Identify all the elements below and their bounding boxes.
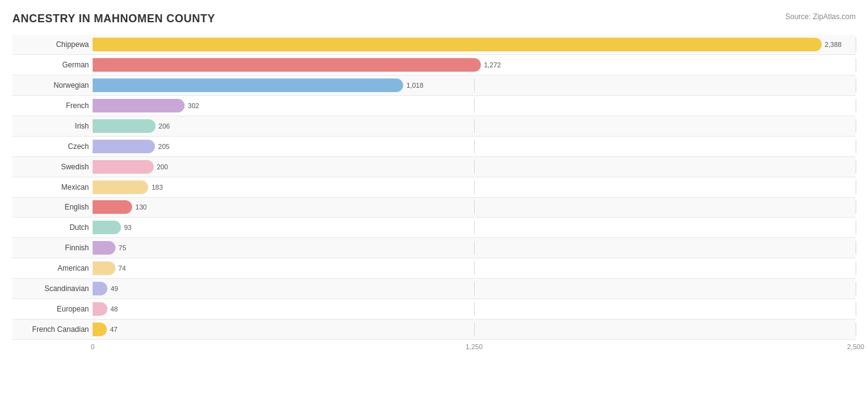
bar-label: American — [12, 264, 93, 273]
bar-fill: 200 — [93, 160, 154, 174]
grid-line — [474, 180, 475, 194]
bar-row: American74 — [12, 258, 856, 279]
bar-label: English — [12, 203, 93, 211]
bar-label: Czech — [12, 142, 93, 151]
bar-fill: 130 — [93, 200, 132, 214]
chart-title: ANCESTRY IN MAHNOMEN COUNTY — [12, 12, 856, 25]
source-label: Source: ZipAtlas.com — [785, 12, 856, 21]
bar-label: Norwegian — [12, 81, 93, 90]
bar-row: Irish206 — [12, 116, 856, 137]
bar-value: 1,018 — [406, 82, 424, 89]
bar-track: 183 — [93, 180, 856, 194]
bar-track: 302 — [93, 99, 856, 112]
grid-line — [856, 160, 856, 174]
bar-track: 1,272 — [93, 58, 856, 72]
bar-fill: 205 — [93, 140, 155, 153]
bar-row: French Canadian47 — [12, 320, 856, 340]
grid-line — [856, 99, 856, 112]
bar-label: French — [12, 101, 93, 110]
bar-row: Czech205 — [12, 137, 856, 157]
bar-row: English130 — [12, 198, 856, 218]
chart-area: Chippewa2,388German1,272Norwegian1,018Fr… — [12, 35, 856, 358]
bar-fill: 2,388 — [93, 38, 822, 51]
bar-row: Mexican183 — [12, 177, 856, 198]
bar-fill: 1,272 — [93, 58, 481, 72]
grid-line — [474, 140, 475, 153]
grid-line — [474, 221, 475, 234]
bar-fill: 74 — [93, 261, 115, 275]
bar-value: 205 — [158, 143, 169, 150]
bar-track: 1,018 — [93, 78, 856, 92]
bar-value: 1,272 — [484, 61, 501, 69]
grid-line — [856, 180, 856, 194]
bar-track: 48 — [93, 302, 856, 316]
bar-value: 74 — [119, 265, 126, 272]
bar-row: French302 — [12, 96, 856, 116]
grid-line — [474, 78, 475, 92]
bar-label: Scandinavian — [12, 284, 93, 293]
chart-container: ANCESTRY IN MAHNOMEN COUNTY Source: ZipA… — [0, 0, 868, 398]
bar-label: French Canadian — [12, 325, 93, 334]
bar-row: European48 — [12, 299, 856, 320]
bar-track: 47 — [93, 323, 856, 336]
bar-track: 75 — [93, 241, 856, 255]
bar-track: 93 — [93, 221, 856, 234]
grid-line — [474, 160, 475, 174]
bar-fill: 49 — [93, 282, 107, 295]
grid-line — [474, 99, 475, 112]
bar-value: 48 — [111, 305, 118, 313]
bar-value: 183 — [151, 184, 162, 191]
bar-row: Chippewa2,388 — [12, 35, 856, 55]
bar-label: Dutch — [12, 223, 93, 232]
grid-line — [474, 302, 475, 316]
bar-label: Finnish — [12, 243, 93, 252]
x-axis-tick: 1,250 — [465, 343, 483, 350]
grid-line — [856, 221, 856, 234]
bar-value: 47 — [110, 326, 117, 333]
bar-track: 130 — [93, 200, 856, 214]
grid-line — [856, 323, 856, 336]
bar-track: 205 — [93, 140, 856, 153]
grid-line — [856, 140, 856, 153]
grid-line — [856, 200, 856, 214]
grid-line — [856, 119, 856, 133]
bar-value: 200 — [157, 163, 168, 171]
x-axis-tick: 0 — [91, 343, 94, 350]
bar-value: 93 — [124, 224, 131, 231]
grid-line — [856, 241, 856, 255]
bar-track: 206 — [93, 119, 856, 133]
bar-label: German — [12, 61, 93, 69]
grid-line — [474, 323, 475, 336]
bar-row: Swedish200 — [12, 157, 856, 177]
bar-value: 2,388 — [825, 41, 842, 48]
bar-label: Irish — [12, 122, 93, 130]
bar-label: Mexican — [12, 183, 93, 192]
x-axis-tick: 2,500 — [847, 343, 864, 350]
x-axis: 01,2502,500 — [93, 343, 856, 355]
grid-line — [856, 38, 856, 51]
bar-row: Scandinavian49 — [12, 279, 856, 299]
grid-line — [856, 78, 856, 92]
bar-row: Dutch93 — [12, 218, 856, 238]
bar-value: 302 — [188, 102, 199, 109]
bar-label: Chippewa — [12, 40, 93, 49]
grid-line — [474, 241, 475, 255]
bar-track: 2,388 — [93, 38, 856, 51]
bar-value: 206 — [159, 122, 170, 130]
bar-row: Finnish75 — [12, 238, 856, 258]
bars-wrapper: Chippewa2,388German1,272Norwegian1,018Fr… — [12, 35, 856, 340]
grid-line — [856, 261, 856, 275]
bar-label: Swedish — [12, 163, 93, 171]
bar-fill: 47 — [93, 323, 107, 336]
grid-line — [856, 58, 856, 72]
bar-value: 75 — [119, 244, 126, 252]
bar-track: 200 — [93, 160, 856, 174]
bar-value: 130 — [135, 203, 146, 211]
bar-row: German1,272 — [12, 55, 856, 75]
grid-line — [474, 261, 475, 275]
bar-fill: 48 — [93, 302, 107, 316]
bar-row: Norwegian1,018 — [12, 75, 856, 96]
grid-line — [856, 282, 856, 295]
bar-fill: 1,018 — [93, 78, 403, 92]
bar-fill: 302 — [93, 99, 185, 112]
